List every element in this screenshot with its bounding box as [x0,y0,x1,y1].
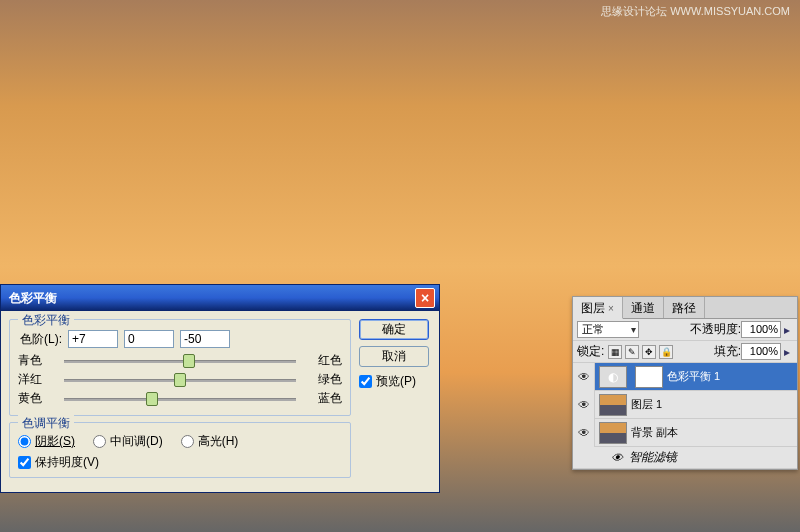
slider-left-label: 黄色 [18,390,58,407]
eye-icon[interactable]: 👁 [573,391,595,419]
ok-button[interactable]: 确定 [359,319,429,340]
titlebar[interactable]: 色彩平衡 × [1,285,439,311]
layer-name: 色彩平衡 1 [667,369,797,384]
color-balance-group: 色彩平衡 色阶(L): +7 0 -50 青色 红色 洋红 绿色 [9,319,351,416]
slider-left-label: 洋红 [18,371,58,388]
lock-paint-icon[interactable]: ✎ [625,345,639,359]
watermark: 思缘设计论坛 WWW.MISSYUAN.COM [601,4,790,19]
tab-layers[interactable]: 图层× [573,297,623,319]
tab-paths[interactable]: 路径 [664,297,705,318]
magenta-green-slider[interactable] [64,372,296,388]
fill-label: 填充: [714,343,741,360]
close-button[interactable]: × [415,288,435,308]
layer-thumb [599,394,627,416]
group-title: 色调平衡 [18,415,74,432]
adjustment-thumb: ◐ [599,366,627,388]
eye-icon[interactable]: 👁 [573,363,595,391]
chevron-icon[interactable]: ▸ [781,345,793,359]
lock-label: 锁定: [577,343,604,360]
cyan-red-slider[interactable] [64,353,296,369]
layer-row[interactable]: 👁 图层 1 [573,391,797,419]
group-title: 色彩平衡 [18,312,74,329]
level-magenta-green-input[interactable]: 0 [124,330,174,348]
chevron-icon[interactable]: ▸ [781,323,793,337]
yellow-blue-slider[interactable] [64,391,296,407]
smart-filter-label[interactable]: 👁 智能滤镜 [573,447,797,469]
lock-all-icon[interactable]: 🔒 [659,345,673,359]
level-cyan-red-input[interactable]: +7 [68,330,118,348]
slider-right-label: 蓝色 [302,390,342,407]
lock-move-icon[interactable]: ✥ [642,345,656,359]
highlight-radio[interactable]: 高光(H) [181,433,239,450]
midtone-radio[interactable]: 中间调(D) [93,433,163,450]
panel-tabs: 图层× 通道 路径 [573,297,797,319]
close-icon[interactable]: × [608,303,614,314]
layer-name: 图层 1 [631,397,797,412]
layer-name: 背景 副本 [631,425,797,440]
mask-thumb [635,366,663,388]
levels-label: 色阶(L): [18,331,68,348]
color-balance-dialog: 色彩平衡 × 色彩平衡 色阶(L): +7 0 -50 青色 红色 洋红 [0,284,440,493]
layer-row[interactable]: 👁 背景 副本 [573,419,797,447]
blend-mode-select[interactable]: 正常 [577,321,639,338]
shadow-radio[interactable]: 阴影(S) [18,433,75,450]
opacity-label: 不透明度: [690,321,741,338]
preserve-luminosity-checkbox[interactable]: 保持明度(V) [18,454,342,471]
slider-right-label: 绿色 [302,371,342,388]
tone-balance-group: 色调平衡 阴影(S) 中间调(D) 高光(H) 保持明度(V) [9,422,351,478]
tab-channels[interactable]: 通道 [623,297,664,318]
slider-left-label: 青色 [18,352,58,369]
layer-thumb [599,422,627,444]
fill-input[interactable]: 100% [741,343,781,360]
layers-panel: 图层× 通道 路径 正常 不透明度: 100% ▸ 锁定: ▦ ✎ ✥ 🔒 填充… [572,296,798,470]
eye-icon[interactable]: 👁 [573,419,595,447]
opacity-input[interactable]: 100% [741,321,781,338]
preview-checkbox[interactable]: 预览(P) [359,373,431,390]
layers-list: 👁 ◐ 色彩平衡 1 👁 图层 1 👁 背景 副本 👁 智能滤镜 [573,363,797,469]
dialog-title: 色彩平衡 [5,290,57,307]
layer-row[interactable]: 👁 ◐ 色彩平衡 1 [573,363,797,391]
lock-transparency-icon[interactable]: ▦ [608,345,622,359]
level-yellow-blue-input[interactable]: -50 [180,330,230,348]
cancel-button[interactable]: 取消 [359,346,429,367]
eye-icon[interactable]: 👁 [611,451,623,465]
slider-right-label: 红色 [302,352,342,369]
